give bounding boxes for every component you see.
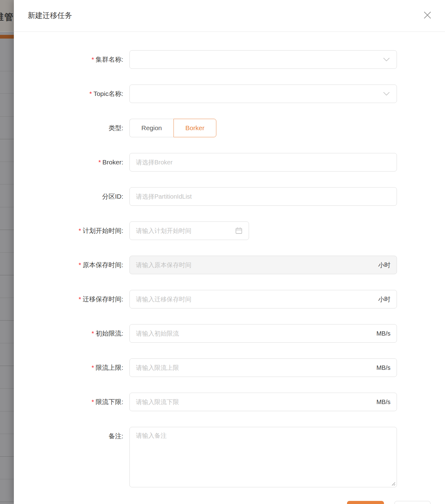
throttle-lower-input-wrap: MB/s <box>129 393 397 411</box>
field-row-throttle-upper: *限流上限: MB/s <box>14 358 445 377</box>
throttle-lower-input[interactable] <box>136 399 372 406</box>
original-retention-label: *原本保存时间: <box>14 256 129 274</box>
throttle-lower-label: *限流下限: <box>14 393 129 411</box>
field-row-cluster-name: *集群名称: <box>14 50 445 69</box>
type-option-region[interactable]: Region <box>129 119 174 137</box>
resize-handle-icon[interactable] <box>391 481 396 486</box>
field-row-broker: *Broker: <box>14 153 445 171</box>
cancel-button[interactable] <box>394 501 431 504</box>
field-row-remark: 备注: <box>14 427 445 487</box>
calendar-icon <box>235 227 243 234</box>
type-label: 类型: <box>14 119 129 137</box>
type-radio-group: Region Borker <box>129 119 216 137</box>
throttle-upper-unit: MB/s <box>376 364 390 371</box>
create-migration-task-modal: 新建迁移任务 *集群名称: *Topic名称: <box>14 0 445 504</box>
required-mark: * <box>79 261 81 268</box>
chevron-down-icon <box>383 58 390 62</box>
type-option-borker[interactable]: Borker <box>174 119 216 137</box>
required-mark: * <box>79 227 81 234</box>
migration-retention-label: *迁移保存时间: <box>14 290 129 308</box>
cluster-name-select[interactable] <box>129 50 397 69</box>
original-retention-unit: 小时 <box>378 261 390 269</box>
remark-textarea-wrap <box>129 427 397 487</box>
plan-start-time-label: *计划开始时间: <box>14 221 129 240</box>
required-mark: * <box>98 159 101 166</box>
field-row-plan-start-time: *计划开始时间: <box>14 221 445 240</box>
migration-task-form: *集群名称: *Topic名称: 类型: Region Borker <box>14 32 445 487</box>
throttle-lower-unit: MB/s <box>376 399 390 406</box>
field-row-migration-retention: *迁移保存时间: 小时 <box>14 290 445 308</box>
throttle-upper-input[interactable] <box>136 364 372 371</box>
migration-retention-input-wrap: 小时 <box>129 290 397 308</box>
partition-id-input-wrap <box>129 187 397 206</box>
field-row-throttle-lower: *限流下限: MB/s <box>14 393 445 411</box>
background-table-rows <box>0 71 14 504</box>
field-row-topic-name: *Topic名称: <box>14 85 445 103</box>
partition-id-input[interactable] <box>136 193 390 200</box>
cluster-name-label: *集群名称: <box>14 50 129 69</box>
background-accent-bar <box>0 35 14 39</box>
modal-header: 新建迁移任务 <box>14 0 445 32</box>
throttle-upper-input-wrap: MB/s <box>129 358 397 377</box>
required-mark: * <box>89 90 92 97</box>
broker-input-wrap <box>129 153 397 171</box>
field-row-partition-id: 分区ID: <box>14 187 445 206</box>
initial-throttle-unit: MB/s <box>376 330 390 337</box>
migration-retention-unit: 小时 <box>378 295 390 304</box>
topic-name-select[interactable] <box>129 85 397 103</box>
required-mark: * <box>92 398 94 405</box>
initial-throttle-input-wrap: MB/s <box>129 324 397 343</box>
broker-input[interactable] <box>136 159 390 166</box>
migration-retention-input[interactable] <box>136 296 374 303</box>
remark-textarea[interactable] <box>130 427 397 487</box>
close-button[interactable] <box>423 11 431 19</box>
background-clipped-title: 维管 <box>0 11 14 23</box>
partition-id-label: 分区ID: <box>14 187 129 206</box>
topic-name-label: *Topic名称: <box>14 85 129 103</box>
initial-throttle-input[interactable] <box>136 330 372 337</box>
submit-button[interactable] <box>347 501 384 504</box>
background-page-header: 维管 <box>0 0 14 32</box>
dimmed-background-page: 维管 <box>0 0 14 504</box>
modal-title: 新建迁移任务 <box>28 10 72 20</box>
field-row-type: 类型: Region Borker <box>14 119 445 137</box>
required-mark: * <box>92 364 94 371</box>
required-mark: * <box>79 295 81 303</box>
original-retention-input <box>136 262 374 269</box>
throttle-upper-label: *限流上限: <box>14 358 129 377</box>
plan-start-time-input[interactable] <box>136 227 232 234</box>
original-retention-input-wrap: 小时 <box>129 256 397 274</box>
required-mark: * <box>92 330 94 337</box>
remark-label: 备注: <box>14 427 129 445</box>
initial-throttle-label: *初始限流: <box>14 324 129 343</box>
chevron-down-icon <box>383 92 390 96</box>
plan-start-time-picker[interactable] <box>129 221 249 240</box>
broker-label: *Broker: <box>14 153 129 171</box>
close-icon <box>423 15 431 20</box>
field-row-initial-throttle: *初始限流: MB/s <box>14 324 445 343</box>
required-mark: * <box>92 56 94 63</box>
field-row-original-retention: *原本保存时间: 小时 <box>14 256 445 274</box>
